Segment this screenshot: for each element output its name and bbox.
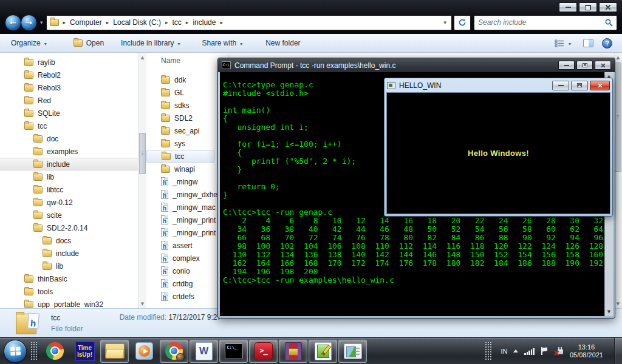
- help-icon[interactable]: ?: [602, 38, 612, 49]
- cmd-restore-button[interactable]: [576, 61, 593, 70]
- tree-item-doc[interactable]: doc: [0, 132, 138, 145]
- tree-item-include[interactable]: include: [0, 158, 138, 170]
- hello-close-button[interactable]: [590, 81, 610, 90]
- address-dropdown-icon[interactable]: [443, 19, 448, 25]
- tree-item-label: include: [47, 160, 70, 169]
- include-in-library-button[interactable]: Include in library: [117, 39, 183, 47]
- scroll-down-icon[interactable]: ▼: [138, 299, 146, 308]
- scrollbar-thumb[interactable]: [139, 133, 146, 174]
- taskbar-command-prompt-button[interactable]: [219, 340, 248, 363]
- show-hidden-icons-button[interactable]: [513, 349, 518, 352]
- taskbar-red-console-button[interactable]: [249, 340, 278, 363]
- breadcrumb-separator-icon[interactable]: ▸: [182, 19, 193, 25]
- hello-restore-button[interactable]: [571, 81, 588, 90]
- details-name: tcc: [51, 314, 83, 322]
- tree-item-label: upp_portable_win32: [38, 300, 103, 309]
- scrollbar-thumb[interactable]: [615, 62, 621, 172]
- tree-item-label: tcc: [38, 122, 47, 130]
- clock[interactable]: 13:16 05/08/2021: [570, 343, 603, 359]
- breadcrumb-item-tcc[interactable]: tcc: [173, 18, 182, 27]
- maximize-button[interactable]: [579, 2, 597, 12]
- cmd-minimize-button[interactable]: [558, 61, 575, 70]
- taskbar-chrome-button[interactable]: [41, 340, 69, 363]
- taskbar-chrome-profile-button[interactable]: [160, 340, 188, 363]
- tree-item-label: thinBasic: [38, 275, 67, 283]
- taskbar-notepad-plus-plus-button[interactable]: [309, 340, 337, 363]
- breadcrumb-separator-icon[interactable]: ▸: [216, 19, 227, 25]
- tree-item-rebol3[interactable]: Rebol3: [0, 81, 138, 94]
- taskbar-winrar-button[interactable]: [279, 340, 307, 363]
- folder-icon: [161, 76, 170, 84]
- nav-history-icon[interactable]: ▾: [37, 19, 46, 25]
- tree-item-rebol2[interactable]: Rebol2: [0, 69, 138, 81]
- tree-item-examples[interactable]: examples: [0, 145, 138, 158]
- folder-icon: [50, 19, 59, 26]
- date-modified-value: 17/12/2017 9:27: [168, 313, 221, 322]
- taskbar-explorer-button[interactable]: [100, 340, 129, 363]
- forward-button[interactable]: →: [21, 15, 37, 31]
- tree-item-upp-portable-win32[interactable]: upp_portable_win32: [0, 298, 138, 308]
- tree-item-raylib[interactable]: raylib: [0, 56, 138, 69]
- close-button[interactable]: [599, 2, 617, 12]
- breadcrumb-separator-icon[interactable]: ▸: [161, 19, 173, 25]
- folder-icon: [24, 275, 33, 283]
- tree-item-sdl2-2-0-14[interactable]: SDL2-2.0.14: [0, 221, 138, 234]
- tree-item-scite[interactable]: scite: [0, 209, 138, 221]
- show-desktop-button[interactable]: [614, 338, 622, 364]
- safely-remove-hardware-icon[interactable]: [554, 346, 564, 356]
- start-button[interactable]: [4, 340, 27, 363]
- back-button[interactable]: ←: [5, 15, 21, 31]
- scroll-up-icon[interactable]: ▲: [138, 53, 146, 62]
- taskbar-media-player-button[interactable]: [130, 340, 159, 363]
- address-bar[interactable]: ▸Computer▸Local Disk (C:)▸tcc▸include▸: [46, 15, 452, 30]
- open-button[interactable]: Open: [70, 39, 108, 47]
- folder-icon: [24, 59, 33, 66]
- share-with-button[interactable]: Share with: [198, 39, 246, 47]
- header-file-icon: [161, 292, 168, 301]
- refresh-button[interactable]: [454, 15, 471, 30]
- tree-item-qw-0-12[interactable]: qw-0.12: [0, 196, 138, 209]
- tree-item-thinbasic[interactable]: thinBasic: [0, 272, 138, 285]
- language-indicator[interactable]: IN: [501, 348, 507, 355]
- taskbar-image-viewer-button[interactable]: [338, 340, 367, 363]
- taskbar-time-is-up-button[interactable]: TimeIsUp!: [70, 340, 99, 363]
- organize-button[interactable]: Organize: [7, 39, 50, 47]
- breadcrumb-item-computer[interactable]: Computer: [70, 18, 102, 27]
- tree-item-label: doc: [47, 135, 58, 143]
- search-box[interactable]: [474, 15, 617, 30]
- tree-item-lib[interactable]: lib: [0, 260, 138, 272]
- tree-item-tools[interactable]: tools: [0, 285, 138, 298]
- tree-item-tcc[interactable]: tcc: [0, 120, 138, 132]
- maximize-icon: [585, 5, 591, 10]
- breadcrumb-item-local-disk-c-[interactable]: Local Disk (C:): [113, 18, 161, 27]
- taskbar-word-button[interactable]: [190, 340, 218, 363]
- tree-item-libtcc[interactable]: libtcc: [0, 183, 138, 196]
- minimize-button[interactable]: [559, 2, 577, 12]
- minimize-icon: [564, 65, 569, 66]
- tree-item-red[interactable]: Red: [0, 94, 138, 107]
- file-item-tcc[interactable]: tcc: [146, 150, 214, 163]
- tree-item-sqlite[interactable]: SQLite: [0, 107, 138, 120]
- cmd-close-button[interactable]: [595, 61, 611, 70]
- change-view-button[interactable]: [551, 39, 575, 47]
- chevron-down-icon: [44, 39, 47, 47]
- breadcrumb-separator-icon[interactable]: ▸: [102, 19, 114, 25]
- new-folder-button[interactable]: New folder: [262, 39, 304, 47]
- hello-win-titlebar[interactable]: HELLO_WIN: [384, 78, 612, 92]
- breadcrumb-item-include[interactable]: include: [193, 18, 216, 27]
- search-input[interactable]: [478, 18, 605, 27]
- network-signal-icon[interactable]: [524, 348, 535, 355]
- tree-scrollbar[interactable]: ▲ ▼: [138, 53, 146, 308]
- cmd-titlebar[interactable]: Command Prompt - tcc -run examples\hello…: [218, 58, 615, 72]
- winrar-icon: [285, 342, 302, 360]
- tree-item-docs[interactable]: docs: [0, 234, 138, 247]
- action-center-flag-icon[interactable]: [541, 347, 548, 356]
- tree-item-lib[interactable]: lib: [0, 170, 138, 183]
- preview-pane-icon[interactable]: [583, 39, 593, 47]
- file-item-label: _mingw: [173, 178, 197, 186]
- hello-minimize-button[interactable]: [552, 81, 569, 90]
- scroll-down-icon[interactable]: ▼: [605, 308, 613, 316]
- folder-tree: raylibRebol2Rebol3RedSQLitetccdocexample…: [0, 56, 138, 308]
- tree-item-include[interactable]: include: [0, 247, 138, 260]
- breadcrumb-separator-icon[interactable]: ▸: [59, 19, 70, 25]
